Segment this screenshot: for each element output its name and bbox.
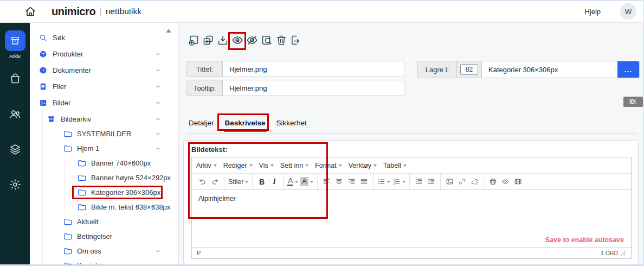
- italic-button[interactable]: I: [268, 175, 280, 188]
- align-right-button[interactable]: [345, 175, 358, 188]
- avatar[interactable]: W: [620, 3, 636, 20]
- delete-button[interactable]: [274, 33, 288, 47]
- bullet-list-button[interactable]: [376, 175, 391, 188]
- show-eye-button[interactable]: [230, 33, 244, 47]
- chevron-up-icon[interactable]: [155, 145, 161, 151]
- media-button[interactable]: [512, 175, 524, 188]
- users-icon: [9, 107, 22, 121]
- folder-tree-panel: Søk Produkter Dokumenter Filer Bilder Bi…: [30, 23, 179, 266]
- menu-sett-inn[interactable]: Sett inn: [277, 157, 312, 173]
- tree-item-produkter[interactable]: Produkter: [30, 47, 178, 61]
- tree-item-bildearkiv[interactable]: Bildearkiv: [30, 112, 178, 126]
- add-image-button[interactable]: [186, 33, 200, 47]
- archive-icon: [9, 35, 21, 47]
- toolbar-group: [318, 174, 373, 189]
- tree-item-dokumenter[interactable]: Dokumenter: [30, 63, 178, 78]
- align-center-button[interactable]: [333, 175, 345, 188]
- chevron-down-icon[interactable]: [155, 248, 161, 254]
- duplicate-button[interactable]: [201, 33, 215, 47]
- unlink-button[interactable]: [468, 175, 481, 188]
- tree-item-kategorier-306-306px[interactable]: Kategorier 306×306px: [30, 185, 178, 200]
- insert-image-button[interactable]: [443, 175, 456, 188]
- chevron-up-icon[interactable]: [155, 100, 161, 106]
- chevron-down-icon[interactable]: [155, 131, 161, 137]
- tree-item-systembilder[interactable]: SYSTEMBILDER: [30, 126, 178, 141]
- chevron-down-icon[interactable]: [155, 84, 161, 90]
- menu-format[interactable]: Format: [312, 157, 345, 173]
- preview-icon: [501, 178, 510, 186]
- tab-sikkerhet[interactable]: Sikkerhet: [275, 116, 308, 132]
- tree-item-bilder[interactable]: Bilder: [30, 96, 178, 110]
- save-in-input[interactable]: [482, 61, 617, 78]
- align-left-button[interactable]: [320, 175, 333, 188]
- preview-doc-button[interactable]: [260, 33, 273, 47]
- editor-content[interactable]: Alpinhjelmer Save to enable autosave: [192, 190, 631, 247]
- rail-item-arkiv[interactable]: [5, 30, 25, 51]
- tree-item-label: Dokumenter: [53, 66, 91, 74]
- tree-item-om-oss[interactable]: Om oss: [30, 244, 178, 258]
- home-icon[interactable]: [24, 5, 37, 18]
- tree-item-core: Hjem 1: [63, 144, 99, 153]
- tree-item-core: Betingelser: [63, 232, 112, 241]
- caret-down-icon: [373, 164, 377, 167]
- chevron-down-icon[interactable]: [155, 51, 161, 57]
- styles-button[interactable]: Stiler: [227, 175, 249, 188]
- menu-verktøy[interactable]: Verktøy: [345, 157, 380, 173]
- redo-icon: [211, 178, 219, 186]
- tree-item-bilde-m-tekst-638-638px[interactable]: Bilde m. tekst 638×638px: [30, 200, 178, 214]
- preview-button[interactable]: [499, 175, 512, 188]
- numbered-list-button[interactable]: 12: [391, 175, 407, 188]
- resize-grip-icon[interactable]: [620, 250, 626, 256]
- settings-icon: [9, 178, 22, 191]
- chevron-up-icon[interactable]: [155, 116, 161, 122]
- editor-menubar: ArkivRedigerVisSett innFormatVerktøyTabe…: [192, 157, 631, 173]
- tree-item-label: Produkter: [53, 50, 83, 58]
- folder-icon: [63, 144, 72, 153]
- chevron-down-icon[interactable]: [155, 67, 161, 73]
- tree-item-hjem-1[interactable]: Hjem 1: [30, 141, 178, 156]
- tree-item-banner-740-600px[interactable]: Banner 740×600px: [30, 156, 178, 170]
- tree-item-søk[interactable]: Søk: [30, 30, 178, 45]
- outdent-button[interactable]: [413, 175, 425, 188]
- redo-button[interactable]: [209, 175, 221, 188]
- backcolor-button[interactable]: A: [299, 175, 314, 188]
- align-left-icon: [323, 178, 331, 186]
- move-out-button[interactable]: [289, 33, 302, 47]
- image-icon: [38, 98, 48, 107]
- tree-item-aktuelt[interactable]: Aktuelt: [30, 214, 178, 229]
- download-button[interactable]: [216, 33, 229, 47]
- rail-item-users[interactable]: [9, 107, 22, 121]
- tooltip-input[interactable]: [223, 80, 404, 96]
- hide-eye-button[interactable]: [245, 33, 259, 47]
- undo-button[interactable]: [196, 175, 209, 188]
- align-justify-button[interactable]: [358, 175, 370, 188]
- tree-item-core: Banner høyre 524×292px: [77, 173, 171, 182]
- tab-detaljer[interactable]: Detaljer: [188, 116, 215, 132]
- link-button[interactable]: [456, 175, 468, 188]
- annotation-highlight: Kategorier 306×306px: [77, 188, 160, 197]
- menu-arkiv[interactable]: Arkiv: [193, 157, 220, 173]
- tree-item-core: Søk: [38, 33, 65, 42]
- tree-item-banner-høyre-524-292px[interactable]: Banner høyre 524×292px: [30, 170, 178, 185]
- undo-icon: [198, 178, 207, 186]
- help-link[interactable]: Hjelp: [584, 0, 601, 23]
- tree-item-filer[interactable]: Filer: [30, 79, 178, 94]
- rail-item-shopping-bag[interactable]: [9, 72, 22, 85]
- print-button[interactable]: [487, 175, 499, 188]
- indent-button[interactable]: [425, 175, 437, 188]
- browse-folder-button[interactable]: ...: [617, 61, 639, 78]
- forecolor-button[interactable]: A: [286, 175, 299, 188]
- folder-icon: [77, 188, 86, 197]
- title-input[interactable]: [223, 61, 404, 77]
- menu-rediger[interactable]: Rediger: [220, 157, 256, 173]
- rail-item-layers[interactable]: [9, 143, 22, 156]
- insert-image-icon: [446, 178, 454, 186]
- rail-item-settings[interactable]: [9, 178, 22, 191]
- menu-tabell[interactable]: Tabell: [380, 157, 410, 173]
- caret-down-icon: [245, 181, 248, 183]
- tree-item-betingelser[interactable]: Betingelser: [30, 229, 178, 244]
- folder-icon: [63, 129, 72, 138]
- menu-vis[interactable]: Vis: [256, 157, 277, 173]
- bold-button[interactable]: B: [255, 175, 268, 188]
- tab-beskrivelse[interactable]: Beskrivelse: [224, 116, 267, 132]
